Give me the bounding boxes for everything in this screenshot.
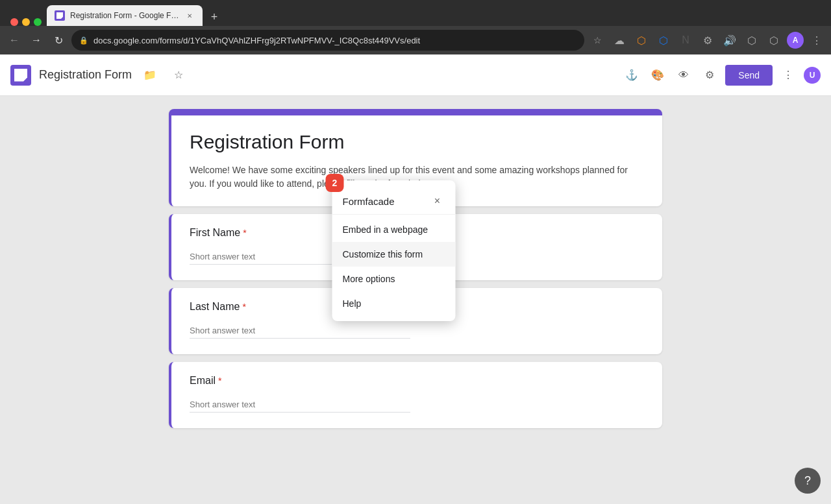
- ext-icon-8[interactable]: ⬡: [765, 31, 783, 49]
- refresh-button[interactable]: ↻: [49, 31, 68, 49]
- dropdown-item-embed[interactable]: Embed in a webpage: [332, 217, 456, 242]
- dropdown-header: Formfacade ×: [332, 186, 456, 215]
- dropdown-item-more[interactable]: More options: [332, 267, 456, 291]
- close-traffic-light[interactable]: [10, 18, 18, 26]
- browser-more-button[interactable]: ⋮: [808, 31, 826, 49]
- app-toolbar: Registration Form 📁 ☆ ⚓ 🎨 👁 ⚙ Send ⋮ U: [0, 54, 831, 96]
- dropdown-title: Formfacade: [343, 196, 395, 207]
- browser-chrome: Registration Form - Google For... ✕ + ← …: [0, 0, 831, 54]
- user-avatar[interactable]: U: [804, 67, 821, 84]
- email-input[interactable]: [190, 397, 410, 413]
- settings-button[interactable]: ⚙: [699, 65, 720, 86]
- folder-button[interactable]: 📁: [140, 65, 160, 86]
- dropdown-item-customize[interactable]: Customize this form: [332, 242, 456, 267]
- active-tab[interactable]: Registration Form - Google For... ✕: [47, 5, 203, 26]
- ext-icon-7[interactable]: ⬡: [743, 31, 761, 49]
- email-label: Email *: [190, 375, 644, 387]
- app-title: Registration Form: [39, 68, 132, 82]
- notification-badge: 2: [326, 174, 344, 192]
- traffic-lights: [5, 18, 47, 26]
- url-text: docs.google.com/forms/d/1YCaVhQVAhlZHFrg…: [93, 36, 577, 45]
- minimize-traffic-light[interactable]: [22, 18, 30, 26]
- ext-icon-4[interactable]: N: [676, 31, 695, 49]
- tab-favicon: [55, 10, 65, 21]
- ext-icon-2[interactable]: ⬡: [632, 31, 651, 49]
- ext-icon-5[interactable]: ⚙: [699, 31, 717, 49]
- back-button[interactable]: ←: [5, 31, 23, 49]
- forward-button[interactable]: →: [27, 31, 45, 49]
- address-bar-row: ← → ↻ 🔒 docs.google.com/forms/d/1YCaVhQV…: [0, 26, 831, 54]
- toolbar-right: ⚓ 🎨 👁 ⚙ Send ⋮ U: [621, 65, 821, 86]
- tab-close-button[interactable]: ✕: [184, 10, 195, 21]
- preview-button[interactable]: 👁: [673, 65, 694, 86]
- required-star: *: [243, 228, 246, 238]
- palette-button[interactable]: 🎨: [647, 65, 668, 86]
- ext-icon-1[interactable]: ☁: [610, 31, 628, 49]
- required-star: *: [218, 376, 221, 386]
- star-button[interactable]: ☆: [588, 31, 606, 49]
- formfacade-dropdown: 2 Formfacade × Embed in a webpage Custom…: [332, 180, 456, 321]
- profile-avatar[interactable]: A: [787, 32, 804, 49]
- star-button[interactable]: ☆: [168, 65, 189, 86]
- main-content: Registration Form Welcome! We have some …: [0, 96, 831, 504]
- anchor-icon[interactable]: ⚓: [621, 65, 642, 86]
- tab-bar: Registration Form - Google For... ✕ +: [0, 0, 831, 26]
- form-title: Registration Form: [190, 131, 644, 153]
- new-tab-button[interactable]: +: [205, 8, 223, 26]
- email-card: Email *: [169, 362, 662, 428]
- app-icon: [10, 65, 31, 86]
- lock-icon: 🔒: [79, 36, 88, 45]
- dropdown-close-button[interactable]: ×: [430, 193, 445, 209]
- ext-icon-3[interactable]: ⬡: [654, 31, 673, 49]
- help-button[interactable]: ?: [795, 468, 821, 494]
- send-button[interactable]: Send: [725, 65, 773, 86]
- tab-title: Registration Form - Google For...: [70, 11, 179, 20]
- extension-icons: ☆ ☁ ⬡ ⬡ N ⚙ 🔊 ⬡ ⬡ A ⋮: [588, 31, 826, 49]
- ext-icon-6[interactable]: 🔊: [721, 31, 739, 49]
- dropdown-item-help[interactable]: Help: [332, 291, 456, 316]
- more-button[interactable]: ⋮: [778, 65, 799, 86]
- maximize-traffic-light[interactable]: [34, 18, 42, 26]
- required-star: *: [242, 302, 245, 312]
- last-name-input[interactable]: [190, 323, 410, 339]
- address-bar[interactable]: 🔒 docs.google.com/forms/d/1YCaVhQVAhlZHF…: [71, 30, 584, 51]
